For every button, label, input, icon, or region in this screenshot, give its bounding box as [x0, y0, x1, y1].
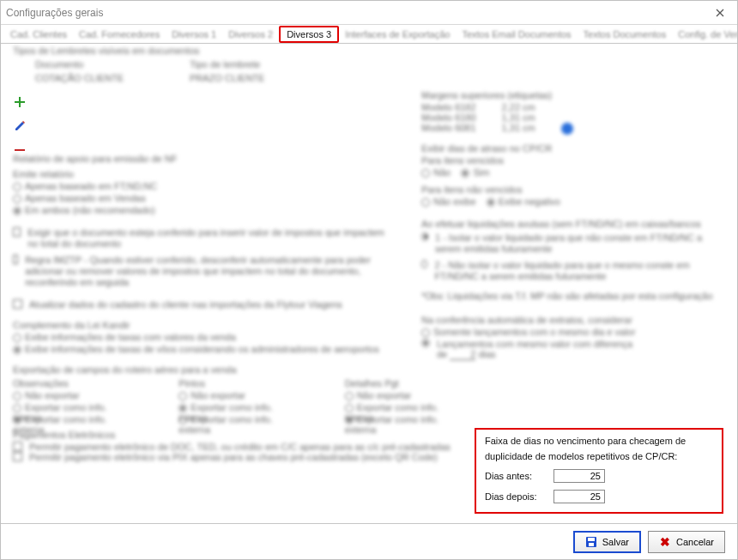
comp-op1[interactable]: Exibe informações de taxas com valores d… [25, 332, 236, 342]
rel-op2[interactable]: Apenas baseado em Vendas [25, 193, 146, 203]
complemento-group: Complemento da Lei Kandir Exibe informaç… [13, 320, 408, 356]
row-tipo: PRAZO CLIENTE [190, 73, 264, 83]
m1-lbl: Modelo 6182 [421, 102, 476, 112]
cancel-button[interactable]: ✖ Cancelar [648, 531, 725, 553]
pag-op2: Permitir pagamento eletrônico via PIX ap… [29, 452, 438, 462]
faixa-dias-box: Faixa de dias no vencimento para checage… [475, 428, 723, 514]
pag-title: Pagamentos Eletrônicos [13, 430, 459, 442]
atualizar-label: Atualizar dados do cadastro do cliente n… [29, 299, 342, 310]
det-title: Detalhes Pgt [345, 378, 459, 390]
config-window: Configurações gerais Cad. Clientes Cad. … [0, 0, 738, 560]
right-column: Margens superiores (etiquetas) Modelo 61… [421, 90, 723, 360]
conf-r2[interactable] [421, 339, 430, 347]
export-title: Exportação de campos do roteiro aéreo pa… [13, 364, 459, 376]
pin-op1[interactable]: Não exportar [191, 390, 245, 400]
window-title: Configurações gerais [6, 7, 708, 19]
nvenc-neg[interactable]: Exibe negativo [499, 196, 560, 207]
regra-label: Regra IMZTP - Quando estiver conferido, … [25, 255, 390, 288]
body: Tipos de Lembretes visíveis em documento… [1, 44, 737, 523]
venc-nao[interactable]: Não [433, 167, 451, 178]
svg-rect-5 [15, 101, 25, 103]
exigir-label: Exigir que o documento esteja conferido … [27, 227, 390, 250]
complemento-title: Complemento da Lei Kandir [13, 320, 408, 332]
exigir-group: Exigir que o documento esteja conferido … [13, 227, 390, 288]
button-bar: Salvar ✖ Cancelar [1, 523, 737, 559]
pag-chk1[interactable] [13, 442, 22, 451]
obs-liq: *Obs: Liquidações via T.f. MP não são af… [421, 291, 723, 303]
add-icon[interactable] [13, 95, 27, 109]
svg-rect-10 [588, 538, 595, 541]
rel-op3[interactable]: Em ambos (não recomendado) [25, 205, 155, 215]
m2-val: 1,31 cm [502, 112, 535, 123]
liq-title: Ao efetuar liquidações avulsas (sem FT/N… [421, 219, 723, 231]
tab-interfaces-exportacao[interactable]: Interfaces de Exportação [339, 27, 456, 42]
venc-title: Para itens vencidos [421, 155, 723, 167]
nvenc-nao[interactable]: Não exibe [433, 196, 476, 207]
atualizar-check[interactable] [13, 299, 22, 309]
exigir-check[interactable] [13, 227, 21, 237]
pintos-title: Pintos [178, 378, 293, 390]
dias-depois-input[interactable] [554, 490, 605, 503]
liq-r1[interactable] [421, 232, 428, 241]
atualizar-group: Atualizar dados do cadastro do cliente n… [13, 299, 408, 310]
conf-op1[interactable]: Somente lançamentos com o mesmo dia e va… [433, 327, 635, 337]
faixa-line2: duplicidade de modelos repetitivos de CP… [485, 450, 713, 462]
cancel-label: Cancelar [676, 537, 714, 547]
lembretes-title: Tipos de Lembretes visíveis em documento… [13, 45, 199, 56]
margens-title: Margens superiores (etiquetas) [421, 90, 723, 102]
tab-diversos-1[interactable]: Diversos 1 [166, 27, 222, 42]
dias-antes-input[interactable] [554, 469, 605, 483]
titlebar: Configurações gerais [1, 1, 737, 25]
conf-dias-val[interactable]: 2 [450, 349, 475, 360]
close-icon[interactable] [708, 4, 732, 21]
tab-diversos-3[interactable]: Diversos 3 [279, 26, 339, 43]
tab-textos-email[interactable]: Textos Email Documentos [456, 27, 577, 42]
relatorio-title: Relatório de apoio para emissão de NF [13, 154, 390, 166]
m3-lbl: Modelo 6081 [421, 123, 476, 135]
dias-antes-label: Dias antes: [485, 471, 554, 481]
liq-op1: 1 - Isolar o valor liquidado para que nã… [435, 232, 723, 255]
conf-title: Na conferência automática de extratos, c… [421, 315, 723, 327]
save-icon [585, 536, 597, 548]
obs-op1[interactable]: Não exportar [25, 390, 80, 400]
save-label: Salvar [602, 537, 629, 547]
tabs: Cad. Clientes Cad. Fornecedores Diversos… [1, 25, 737, 44]
lembretes-list: Documento Tipo de lembrete COTAÇÃO CLIEN… [35, 59, 396, 83]
conf-op2a: Lançamentos com mesmo valor com diferenç… [437, 339, 632, 349]
list-side-icons [13, 95, 27, 157]
svg-rect-11 [589, 543, 594, 546]
venc-sim[interactable]: Sim [473, 167, 489, 178]
m3-val: 1,31 cm [502, 123, 535, 135]
col-documento: Documento [35, 59, 190, 69]
save-button[interactable]: Salvar [573, 531, 641, 553]
rel-op1[interactable]: Apenas baseado em FT;ND;NC [25, 181, 157, 191]
tab-diversos-2[interactable]: Diversos 2 [222, 27, 279, 42]
obs-title: Observações [13, 378, 127, 390]
comp-op2[interactable]: Exibe informações de taxas de vôos consi… [25, 344, 379, 354]
col-tipo: Tipo de lembrete [190, 59, 260, 69]
edit-icon[interactable] [13, 119, 27, 133]
liq-r2[interactable] [421, 260, 427, 268]
svg-rect-8 [15, 149, 25, 151]
tab-cad-clientes[interactable]: Cad. Clientes [4, 27, 73, 42]
exibir-title: Exibir dias de atraso no CP/CR [421, 143, 723, 155]
pag-group: Pagamentos Eletrônicos Permitir pagament… [13, 430, 459, 462]
cancel-icon: ✖ [659, 536, 671, 548]
export-group: Exportação de campos do roteiro aéreo pa… [13, 364, 459, 426]
det-op1[interactable]: Não exportar [357, 390, 412, 400]
conf-op2b: de [437, 349, 447, 359]
m1-val: 2,22 cm [502, 102, 535, 112]
nvenc-title: Para itens não vencidos [421, 184, 723, 196]
m2-lbl: Modelo 6180 [421, 112, 476, 123]
info-icon[interactable] [561, 123, 573, 135]
pag-chk2[interactable] [13, 452, 22, 461]
faixa-line1: Faixa de dias no vencimento para checage… [485, 435, 713, 447]
tab-textos-documentos[interactable]: Textos Documentos [578, 27, 673, 42]
emite-label: Emite relatório [13, 169, 390, 181]
tab-cad-fornecedores[interactable]: Cad. Fornecedores [73, 27, 166, 42]
dias-depois-label: Dias depois: [485, 491, 554, 502]
tab-config-vendas[interactable]: Config. de Vendas [672, 27, 737, 42]
regra-check[interactable] [13, 255, 18, 264]
liq-op2: 2 - Não isolar o valor liquidado para qu… [434, 260, 723, 282]
conf-op2c: dias [478, 349, 495, 359]
